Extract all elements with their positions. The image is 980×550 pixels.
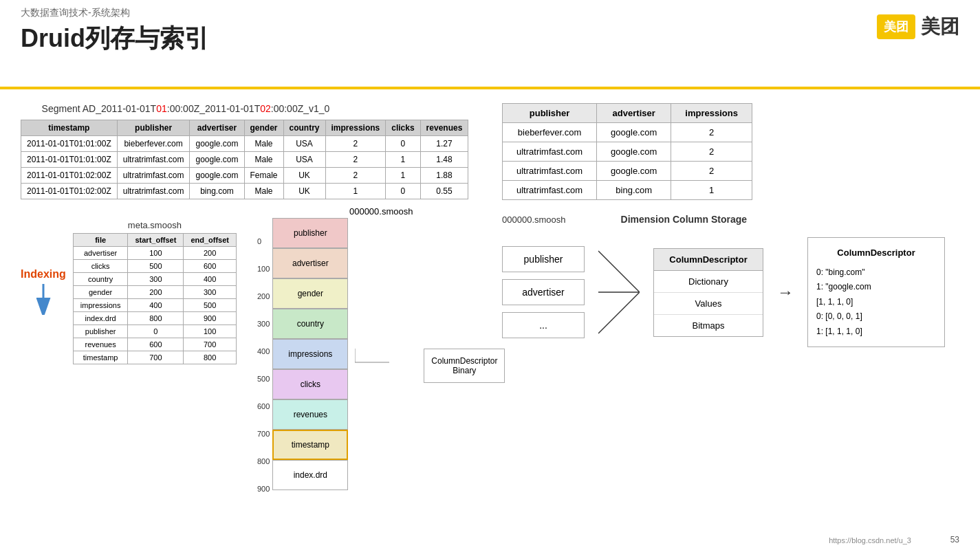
smoosh-block-impressions: impressions <box>272 339 348 369</box>
cd-row-Dictionary: Dictionary <box>654 271 763 293</box>
final-box-line: 0: [0, 0, 0, 1] <box>816 309 936 324</box>
ruler-tick: 600 <box>257 402 270 410</box>
ruler-tick: 200 <box>257 292 270 300</box>
smoosh-block-gender: gender <box>272 278 348 309</box>
dcs-title: Dimension Column Storage <box>621 214 748 225</box>
dcs-section: 000000.smoosh Dimension Column Storage p… <box>502 214 970 354</box>
indexing-arrow <box>30 280 57 315</box>
cd-row-Bitmaps: Bitmaps <box>654 315 763 336</box>
cd-line <box>355 342 410 383</box>
indexing-label: Indexing <box>21 268 66 280</box>
cd-box-line2: Binary <box>431 366 497 375</box>
ruler-tick: 400 <box>257 347 270 355</box>
dim-box-...: ... <box>502 312 585 338</box>
svg-line-4 <box>598 251 640 292</box>
main-content: Segment AD_2011-01-01T01:00:00Z_2011-01-… <box>0 89 980 550</box>
smoosh-title: 000000.smoosh <box>257 206 505 217</box>
final-box-line: 1: [1, 1, 1, 0] <box>816 324 936 340</box>
smoosh-section: 000000.smoosh 01002003004005006007008009… <box>257 206 505 493</box>
dim-box-advertiser: advertiser <box>502 279 585 305</box>
cd-large-header: ColumnDescriptor <box>654 249 763 271</box>
smoosh-block-country: country <box>272 309 348 339</box>
ruler-col: 0100200300400500600700800900 <box>257 218 272 493</box>
cd-large-box: ColumnDescriptor DictionaryValuesBitmaps <box>653 248 763 337</box>
header-subtitle: 大数据查询技术-系统架构 <box>21 7 959 19</box>
ruler-tick: 0 <box>257 237 270 245</box>
final-box-line: 0: "bing.com" <box>816 265 936 280</box>
dim-col: publisheradvertiser... <box>502 246 585 338</box>
meta-section: meta.smoosh filestart_offsetend_offset a… <box>73 220 237 364</box>
smoosh-block-index.drd: index.drd <box>272 460 348 490</box>
arrow-right: → <box>777 283 794 302</box>
indexing-area: Indexing <box>21 261 66 315</box>
cd-box-line1: ColumnDescriptor <box>431 356 497 366</box>
ruler-tick: 300 <box>257 320 270 328</box>
right-section: publisheradvertiserimpressions bieberfev… <box>502 103 970 354</box>
cd-box: ColumnDescriptor Binary <box>424 349 505 383</box>
segment-red2: 02 <box>260 103 271 114</box>
dcs-row: publisheradvertiser... ColumnDescriptor … <box>502 230 970 354</box>
dim-box-publisher: publisher <box>502 246 585 272</box>
header-logo: 美团 美团 <box>877 14 959 40</box>
segment-label: Segment AD_2011-01-01T01:00:00Z_2011-01-… <box>0 103 488 114</box>
ruler-tick: 100 <box>257 265 270 273</box>
final-box-line: 1: "google.com <box>816 280 936 295</box>
smoosh-blocks: publisheradvertisergendercountryimpressi… <box>272 218 348 493</box>
header: 大数据查询技术-系统架构 Druid列存与索引 美团 美团 <box>0 0 980 89</box>
smoosh-block-timestamp: timestamp <box>272 430 348 460</box>
ruler-tick: 700 <box>257 430 270 438</box>
slide-num: 53 <box>950 535 959 544</box>
url-text: https://blog.csdn.net/u_3 <box>829 536 911 544</box>
logo-text: 美团 <box>921 14 959 40</box>
cd-row-Values: Values <box>654 293 763 315</box>
right-table-container: publisheradvertiserimpressions bieberfev… <box>502 103 970 200</box>
header-title: Druid列存与索引 <box>21 22 959 56</box>
smoosh-block-advertiser: advertiser <box>272 248 348 278</box>
smoosh-block-clicks: clicks <box>272 369 348 399</box>
meta-title: meta.smoosh <box>73 220 237 230</box>
cd-connector: ColumnDescriptor Binary <box>355 218 505 383</box>
svg-line-6 <box>598 292 640 333</box>
ruler-tick: 800 <box>257 457 270 465</box>
ruler-tick: 500 <box>257 375 270 383</box>
smoosh-ruler-container: 0100200300400500600700800900 publisherad… <box>257 218 505 493</box>
segment-red1: 01 <box>156 103 167 114</box>
meta-table: filestart_offsetend_offset advertiser100… <box>73 233 237 364</box>
final-box: ColumnDescriptor 0: "bing.com"1: "google… <box>807 237 945 346</box>
left-section: Segment AD_2011-01-01T01:00:00Z_2011-01-… <box>21 103 488 493</box>
ruler-tick: 900 <box>257 485 270 493</box>
dcs-labels: 000000.smoosh Dimension Column Storage <box>502 214 970 225</box>
final-box-line: [1, 1, 1, 0] <box>816 295 936 310</box>
right-table: publisheradvertiserimpressions bieberfev… <box>502 103 752 200</box>
dcs-smoosh-label: 000000.smoosh <box>502 214 566 225</box>
smoosh-block-publisher: publisher <box>272 218 348 248</box>
final-box-title: ColumnDescriptor <box>816 245 936 261</box>
dcs-lines <box>598 230 640 354</box>
logo-box: 美团 <box>877 14 915 39</box>
data-table: timestamppublisheradvertisergendercountr… <box>21 120 468 199</box>
smoosh-block-revenues: revenues <box>272 399 348 430</box>
